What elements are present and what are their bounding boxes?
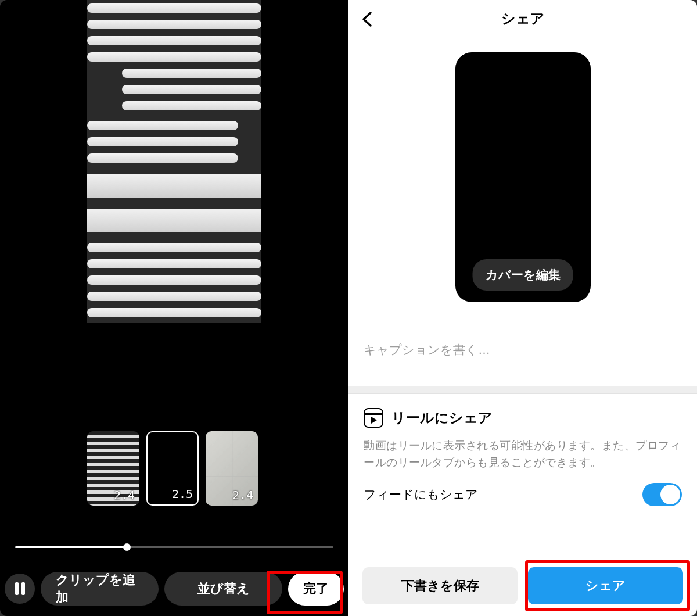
progress-knob[interactable] [123,543,131,551]
editor-toolbar: クリップを追加 並び替え 完了 [0,568,348,609]
toggle-knob [660,485,680,504]
chevron-left-icon [361,10,373,28]
reels-section-title: リールにシェア [391,409,493,427]
pause-icon [15,582,25,595]
share-screen: シェア カバーを編集 キャプションを書く… リールにシェア 動画はリールに表示さ… [348,0,697,616]
done-label: 完了 [303,580,329,597]
done-button[interactable]: 完了 [288,572,344,606]
editor-screen: 2.4 2.5 2.4 クリップを追加 並び替え 完了 [0,0,348,616]
pause-button[interactable] [5,574,35,604]
reorder-label: 並び替え [197,580,250,597]
caption-placeholder: キャプションを書く… [364,343,490,356]
action-buttons: 下書きを保存 シェア [348,567,697,604]
progress-fill [15,546,125,548]
edit-cover-button[interactable]: カバーを編集 [473,259,573,291]
share-header: シェア [348,0,697,37]
share-button[interactable]: シェア [528,567,683,604]
reels-share-section: リールにシェア 動画はリールに表示される可能性があります。また、プロフィールのリ… [348,394,697,471]
clip-duration: 2.4 [114,488,135,502]
add-clip-label: クリップを追加 [56,571,143,606]
reorder-button[interactable]: 並び替え [164,572,282,606]
clip-duration: 2.4 [232,488,253,502]
section-divider [348,386,697,394]
caption-input[interactable]: キャプションを書く… [348,342,697,358]
save-draft-button[interactable]: 下書きを保存 [362,567,518,604]
add-clip-button[interactable]: クリップを追加 [41,572,159,606]
clip-thumbnails: 2.4 2.5 2.4 [87,431,258,506]
feed-share-label: フィードにもシェア [364,486,478,503]
clip-thumbnail-2[interactable]: 2.5 [146,431,199,506]
edit-cover-label: カバーを編集 [486,268,561,281]
page-title: シェア [501,9,545,28]
save-draft-label: 下書きを保存 [401,577,479,594]
reels-section-description: 動画はリールに表示される可能性があります。また、プロフィールのリールタブからも見… [364,437,682,471]
clip-thumbnail-3[interactable]: 2.4 [206,431,258,506]
video-preview[interactable] [87,0,261,323]
clip-duration: 2.5 [172,487,193,501]
feed-share-toggle[interactable] [642,483,682,506]
feed-share-row: フィードにもシェア [348,471,697,506]
reels-icon [364,408,383,428]
progress-bar[interactable] [15,546,333,548]
cover-preview[interactable]: カバーを編集 [455,52,591,302]
share-label: シェア [585,577,626,594]
clip-thumbnail-1[interactable]: 2.4 [87,431,139,506]
back-button[interactable] [361,10,373,30]
